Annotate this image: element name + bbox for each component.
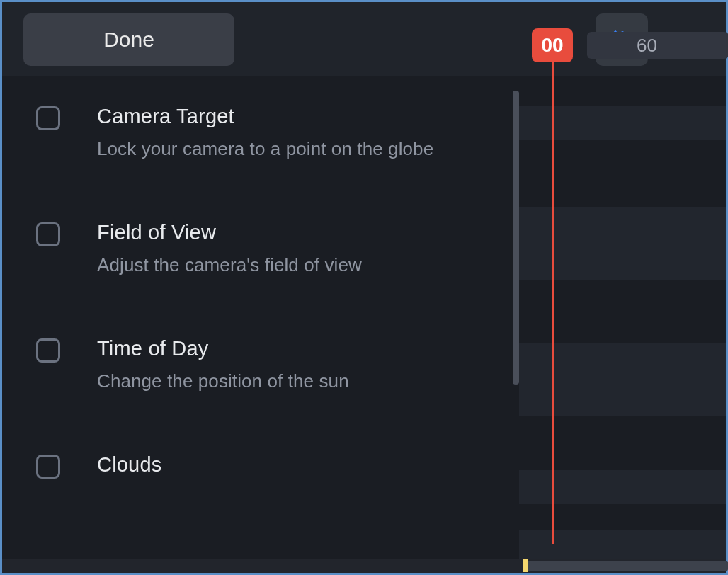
checkbox-camera-target[interactable] [36, 106, 60, 130]
app-frame: Done 00 60 [2, 2, 726, 573]
time-ruler-tick: 60 [637, 35, 657, 57]
done-button[interactable]: Done [23, 13, 234, 66]
timeline-scroll-handle[interactable] [523, 559, 528, 572]
options-scrollbar[interactable] [513, 91, 519, 385]
done-label: Done [103, 28, 154, 52]
option-time-of-day[interactable]: Time of Day Change the position of the s… [36, 337, 498, 392]
option-clouds[interactable]: Clouds [36, 453, 498, 486]
option-camera-target[interactable]: Camera Target Lock your camera to a poin… [36, 105, 498, 160]
option-title: Time of Day [97, 337, 349, 360]
option-title: Clouds [97, 453, 161, 477]
timeline-header: 00 60 [532, 28, 728, 62]
option-field-of-view[interactable]: Field of View Adjust the camera's field … [36, 221, 498, 276]
option-title: Camera Target [97, 105, 433, 128]
content-row: Camera Target Lock your camera to a poin… [2, 76, 726, 573]
checkbox-field-of-view[interactable] [36, 222, 60, 246]
options-panel: Camera Target Lock your camera to a poin… [2, 76, 519, 573]
timeline-track[interactable] [519, 470, 726, 504]
option-text: Time of Day Change the position of the s… [97, 337, 349, 392]
options-list: Camera Target Lock your camera to a poin… [2, 76, 519, 486]
playhead-line[interactable] [552, 62, 554, 544]
timeline-scroll-track[interactable] [523, 561, 728, 571]
option-title: Field of View [97, 221, 362, 244]
timeline-track[interactable] [519, 106, 726, 140]
option-text: Clouds [97, 453, 161, 486]
option-desc: Lock your camera to a point on the globe [97, 138, 433, 160]
option-text: Field of View Adjust the camera's field … [97, 221, 362, 276]
option-desc: Change the position of the sun [97, 370, 349, 392]
time-ruler[interactable]: 60 [587, 32, 728, 59]
playhead-time-badge[interactable]: 00 [532, 28, 573, 62]
timeline-panel[interactable] [519, 76, 726, 573]
toolbar: Done 00 60 [2, 2, 726, 76]
option-desc: Adjust the camera's field of view [97, 254, 362, 276]
timeline-track[interactable] [519, 343, 726, 416]
checkbox-time-of-day[interactable] [36, 338, 60, 363]
option-text: Camera Target Lock your camera to a poin… [97, 105, 433, 160]
playhead-time-value: 00 [541, 34, 563, 57]
bottom-bar [2, 559, 726, 573]
timeline-track[interactable] [519, 207, 726, 280]
checkbox-clouds[interactable] [36, 455, 60, 479]
